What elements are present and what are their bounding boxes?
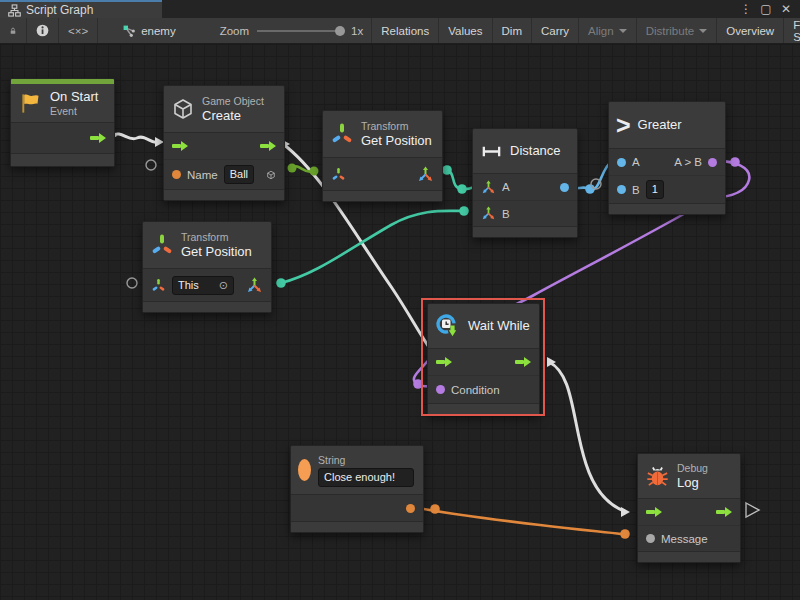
- wait-clock-icon: [435, 313, 461, 339]
- node-title: Create: [202, 108, 264, 124]
- graph-breadcrumb-icon: [122, 24, 136, 38]
- zoom-label: Zoom: [220, 25, 249, 37]
- node-footer: [164, 190, 284, 200]
- transform-input-port[interactable]: [331, 167, 346, 182]
- node-string[interactable]: String Close enough!: [290, 445, 424, 533]
- node-category: Debug: [677, 462, 708, 475]
- object-picker-icon[interactable]: ⊙: [219, 279, 228, 292]
- node-wait-while[interactable]: Wait While Condition: [427, 303, 540, 415]
- node-footer: [11, 154, 114, 166]
- fullscreen-button[interactable]: Full Screen: [784, 18, 800, 43]
- node-get-position-enemy[interactable]: Transform Get Position: [322, 110, 443, 202]
- graph-toolbar: <×> enemy Zoom 1x Relations Values Dim C…: [0, 18, 800, 44]
- greater-output-port[interactable]: [708, 158, 717, 167]
- vector3-output-port[interactable]: [246, 277, 263, 294]
- node-title: String: [318, 454, 414, 467]
- flow-in-port[interactable]: [646, 507, 662, 517]
- unconnected-flow-triangle: [746, 503, 759, 517]
- node-footer: [143, 302, 271, 312]
- message-input-port[interactable]: [646, 534, 655, 543]
- flow-in-port[interactable]: [436, 357, 452, 367]
- gameobject-cube-icon: [171, 97, 195, 121]
- output-label: A > B: [674, 156, 702, 168]
- condition-input-port[interactable]: [436, 385, 445, 394]
- align-button[interactable]: Align: [579, 18, 637, 43]
- flow-out-port[interactable]: [515, 357, 531, 367]
- window-menu-icon[interactable]: ⋮: [738, 2, 754, 16]
- node-category: Transform: [181, 231, 252, 244]
- flow-out-port[interactable]: [260, 141, 276, 151]
- node-footer: [323, 191, 442, 201]
- node-title: Get Position: [181, 244, 252, 260]
- name-input-port[interactable]: [172, 170, 181, 179]
- wire-onstart-to-create[interactable]: [108, 131, 164, 147]
- node-footer: [473, 227, 577, 237]
- node-create[interactable]: Game Object Create Name Ball: [163, 85, 285, 201]
- flow-out-port[interactable]: [90, 133, 106, 143]
- node-title: Distance: [510, 143, 561, 159]
- node-title: Log: [677, 475, 708, 491]
- window-close-icon[interactable]: ✕: [778, 2, 794, 16]
- node-footer: [428, 404, 539, 414]
- node-get-position-self[interactable]: Transform Get Position This ⊙: [142, 221, 272, 313]
- node-greater[interactable]: > Greater A A > B B 1: [608, 101, 726, 215]
- port-label: B: [632, 184, 640, 196]
- greater-b-field[interactable]: 1: [646, 180, 664, 199]
- target-field[interactable]: This ⊙: [172, 276, 234, 295]
- tab-script-graph[interactable]: Script Graph: [0, 0, 162, 18]
- string-icon: [298, 459, 311, 481]
- values-button[interactable]: Values: [439, 18, 492, 43]
- string-output-port[interactable]: [406, 504, 415, 513]
- distance-output-port[interactable]: [560, 183, 569, 192]
- relations-button[interactable]: Relations: [371, 18, 439, 43]
- name-field[interactable]: Ball: [224, 165, 254, 184]
- zoom-slider-handle[interactable]: [335, 26, 345, 36]
- breadcrumb-label: enemy: [141, 25, 176, 37]
- breadcrumb[interactable]: enemy: [112, 18, 186, 43]
- code-view-button[interactable]: <×>: [59, 18, 98, 43]
- gameobject-output-port[interactable]: [266, 167, 276, 183]
- transform-input-port[interactable]: [151, 278, 166, 293]
- info-button[interactable]: [27, 18, 59, 43]
- transform-icon: [330, 122, 354, 146]
- window-tab-strip: Script Graph ⋮ ▢ ✕: [0, 0, 800, 18]
- wire-waitwhile-to-log[interactable]: [547, 357, 630, 517]
- node-category: Transform: [361, 120, 432, 133]
- node-title: Greater: [638, 117, 682, 133]
- flag-icon: [18, 91, 43, 116]
- graph-canvas[interactable]: On Start Event Game Object Create: [0, 44, 800, 600]
- carry-button[interactable]: Carry: [532, 18, 579, 43]
- info-icon: [36, 24, 49, 37]
- greater-input-b-port[interactable]: [617, 185, 626, 194]
- vector3-input-port-b[interactable]: [481, 206, 496, 221]
- wire-getposition-self-to-distance-b[interactable]: [276, 206, 469, 288]
- tab-title: Script Graph: [26, 3, 93, 17]
- port-label: Name: [187, 169, 218, 181]
- zoom-value: 1x: [351, 25, 363, 37]
- node-on-start[interactable]: On Start Event: [10, 78, 115, 167]
- node-title: On Start: [50, 89, 98, 105]
- overview-button[interactable]: Overview: [717, 18, 784, 43]
- flow-out-port[interactable]: [716, 507, 732, 517]
- unconnected-port-ring: [146, 160, 156, 170]
- lock-button[interactable]: [0, 18, 27, 43]
- node-distance[interactable]: Distance A B: [472, 128, 578, 238]
- node-title: Wait While: [468, 318, 530, 334]
- distribute-button[interactable]: Distribute: [637, 18, 718, 43]
- flow-in-port[interactable]: [172, 141, 188, 151]
- node-debug-log[interactable]: Debug Log Message: [637, 453, 741, 563]
- wire-string-to-message[interactable]: [413, 504, 630, 539]
- vector3-input-port-a[interactable]: [481, 180, 496, 195]
- greater-input-a-port[interactable]: [617, 158, 626, 167]
- lock-icon: [9, 25, 17, 37]
- bug-icon: [645, 464, 670, 489]
- zoom-slider[interactable]: [257, 30, 343, 32]
- vector3-output-port[interactable]: [417, 166, 434, 183]
- node-category: Event: [50, 105, 98, 118]
- port-label: B: [502, 208, 510, 220]
- wire-create-to-getposition[interactable]: [288, 164, 319, 176]
- dim-button[interactable]: Dim: [493, 18, 532, 43]
- string-value-field[interactable]: Close enough!: [318, 468, 414, 487]
- node-footer: [638, 552, 740, 562]
- window-maximize-icon[interactable]: ▢: [758, 2, 774, 16]
